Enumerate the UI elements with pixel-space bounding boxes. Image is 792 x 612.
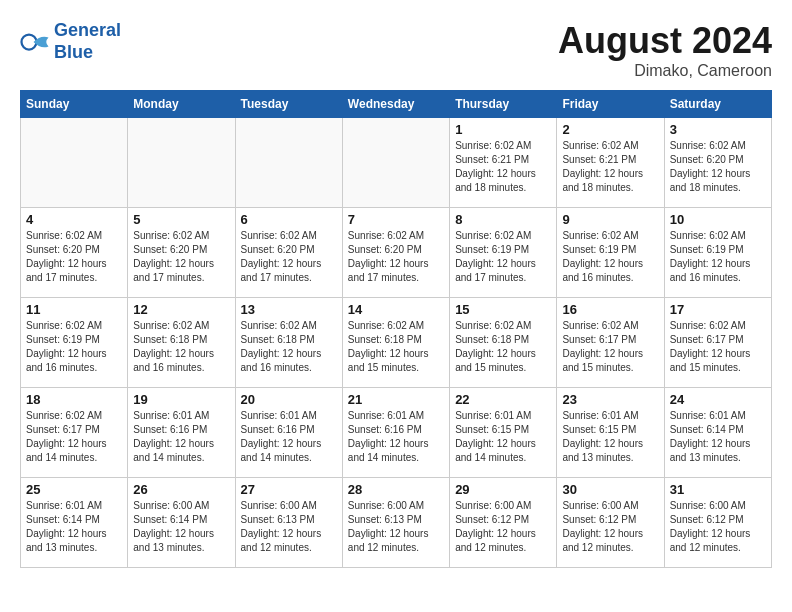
day-info: Sunrise: 6:02 AM Sunset: 6:21 PM Dayligh… xyxy=(455,139,551,195)
calendar-cell: 21Sunrise: 6:01 AM Sunset: 6:16 PM Dayli… xyxy=(342,388,449,478)
calendar-cell: 28Sunrise: 6:00 AM Sunset: 6:13 PM Dayli… xyxy=(342,478,449,568)
calendar-cell xyxy=(342,118,449,208)
calendar-cell: 8Sunrise: 6:02 AM Sunset: 6:19 PM Daylig… xyxy=(450,208,557,298)
weekday-header: Friday xyxy=(557,91,664,118)
calendar-cell: 26Sunrise: 6:00 AM Sunset: 6:14 PM Dayli… xyxy=(128,478,235,568)
calendar-week-row: 1Sunrise: 6:02 AM Sunset: 6:21 PM Daylig… xyxy=(21,118,772,208)
day-number: 28 xyxy=(348,482,444,497)
day-info: Sunrise: 6:02 AM Sunset: 6:17 PM Dayligh… xyxy=(562,319,658,375)
weekday-header: Wednesday xyxy=(342,91,449,118)
calendar-cell: 18Sunrise: 6:02 AM Sunset: 6:17 PM Dayli… xyxy=(21,388,128,478)
day-info: Sunrise: 6:02 AM Sunset: 6:20 PM Dayligh… xyxy=(670,139,766,195)
day-number: 22 xyxy=(455,392,551,407)
day-info: Sunrise: 6:02 AM Sunset: 6:19 PM Dayligh… xyxy=(562,229,658,285)
calendar-cell: 17Sunrise: 6:02 AM Sunset: 6:17 PM Dayli… xyxy=(664,298,771,388)
day-info: Sunrise: 6:00 AM Sunset: 6:13 PM Dayligh… xyxy=(241,499,337,555)
calendar-cell: 5Sunrise: 6:02 AM Sunset: 6:20 PM Daylig… xyxy=(128,208,235,298)
calendar-cell: 13Sunrise: 6:02 AM Sunset: 6:18 PM Dayli… xyxy=(235,298,342,388)
day-number: 24 xyxy=(670,392,766,407)
day-number: 15 xyxy=(455,302,551,317)
day-number: 12 xyxy=(133,302,229,317)
calendar-week-row: 4Sunrise: 6:02 AM Sunset: 6:20 PM Daylig… xyxy=(21,208,772,298)
calendar-cell: 23Sunrise: 6:01 AM Sunset: 6:15 PM Dayli… xyxy=(557,388,664,478)
day-number: 29 xyxy=(455,482,551,497)
calendar-cell: 16Sunrise: 6:02 AM Sunset: 6:17 PM Dayli… xyxy=(557,298,664,388)
day-info: Sunrise: 6:02 AM Sunset: 6:17 PM Dayligh… xyxy=(670,319,766,375)
weekday-header: Monday xyxy=(128,91,235,118)
location: Dimako, Cameroon xyxy=(558,62,772,80)
day-number: 25 xyxy=(26,482,122,497)
day-info: Sunrise: 6:02 AM Sunset: 6:17 PM Dayligh… xyxy=(26,409,122,465)
calendar-cell: 29Sunrise: 6:00 AM Sunset: 6:12 PM Dayli… xyxy=(450,478,557,568)
day-number: 26 xyxy=(133,482,229,497)
day-number: 20 xyxy=(241,392,337,407)
day-info: Sunrise: 6:01 AM Sunset: 6:16 PM Dayligh… xyxy=(241,409,337,465)
day-info: Sunrise: 6:01 AM Sunset: 6:16 PM Dayligh… xyxy=(133,409,229,465)
calendar-cell: 25Sunrise: 6:01 AM Sunset: 6:14 PM Dayli… xyxy=(21,478,128,568)
month-year: August 2024 xyxy=(558,20,772,62)
calendar-cell: 15Sunrise: 6:02 AM Sunset: 6:18 PM Dayli… xyxy=(450,298,557,388)
day-number: 18 xyxy=(26,392,122,407)
calendar-cell: 7Sunrise: 6:02 AM Sunset: 6:20 PM Daylig… xyxy=(342,208,449,298)
day-info: Sunrise: 6:01 AM Sunset: 6:15 PM Dayligh… xyxy=(455,409,551,465)
day-number: 2 xyxy=(562,122,658,137)
calendar-cell: 10Sunrise: 6:02 AM Sunset: 6:19 PM Dayli… xyxy=(664,208,771,298)
calendar-cell: 3Sunrise: 6:02 AM Sunset: 6:20 PM Daylig… xyxy=(664,118,771,208)
day-info: Sunrise: 6:00 AM Sunset: 6:12 PM Dayligh… xyxy=(455,499,551,555)
weekday-header: Saturday xyxy=(664,91,771,118)
day-info: Sunrise: 6:00 AM Sunset: 6:13 PM Dayligh… xyxy=(348,499,444,555)
day-info: Sunrise: 6:02 AM Sunset: 6:18 PM Dayligh… xyxy=(241,319,337,375)
weekday-header: Tuesday xyxy=(235,91,342,118)
calendar-cell xyxy=(128,118,235,208)
day-number: 31 xyxy=(670,482,766,497)
day-number: 10 xyxy=(670,212,766,227)
day-number: 3 xyxy=(670,122,766,137)
calendar-cell: 12Sunrise: 6:02 AM Sunset: 6:18 PM Dayli… xyxy=(128,298,235,388)
weekday-header: Sunday xyxy=(21,91,128,118)
logo-icon xyxy=(20,27,50,57)
day-number: 6 xyxy=(241,212,337,227)
day-number: 1 xyxy=(455,122,551,137)
day-info: Sunrise: 6:00 AM Sunset: 6:12 PM Dayligh… xyxy=(562,499,658,555)
day-info: Sunrise: 6:02 AM Sunset: 6:20 PM Dayligh… xyxy=(241,229,337,285)
day-info: Sunrise: 6:02 AM Sunset: 6:21 PM Dayligh… xyxy=(562,139,658,195)
day-info: Sunrise: 6:02 AM Sunset: 6:20 PM Dayligh… xyxy=(133,229,229,285)
day-number: 16 xyxy=(562,302,658,317)
calendar-cell xyxy=(21,118,128,208)
day-number: 21 xyxy=(348,392,444,407)
calendar-cell: 30Sunrise: 6:00 AM Sunset: 6:12 PM Dayli… xyxy=(557,478,664,568)
calendar-cell: 14Sunrise: 6:02 AM Sunset: 6:18 PM Dayli… xyxy=(342,298,449,388)
day-info: Sunrise: 6:00 AM Sunset: 6:14 PM Dayligh… xyxy=(133,499,229,555)
calendar-cell: 22Sunrise: 6:01 AM Sunset: 6:15 PM Dayli… xyxy=(450,388,557,478)
day-number: 23 xyxy=(562,392,658,407)
day-number: 19 xyxy=(133,392,229,407)
day-number: 27 xyxy=(241,482,337,497)
day-number: 11 xyxy=(26,302,122,317)
day-info: Sunrise: 6:02 AM Sunset: 6:19 PM Dayligh… xyxy=(670,229,766,285)
day-info: Sunrise: 6:01 AM Sunset: 6:14 PM Dayligh… xyxy=(26,499,122,555)
calendar-cell: 1Sunrise: 6:02 AM Sunset: 6:21 PM Daylig… xyxy=(450,118,557,208)
day-number: 17 xyxy=(670,302,766,317)
calendar-week-row: 25Sunrise: 6:01 AM Sunset: 6:14 PM Dayli… xyxy=(21,478,772,568)
weekday-header-row: SundayMondayTuesdayWednesdayThursdayFrid… xyxy=(21,91,772,118)
day-info: Sunrise: 6:02 AM Sunset: 6:18 PM Dayligh… xyxy=(348,319,444,375)
day-info: Sunrise: 6:02 AM Sunset: 6:20 PM Dayligh… xyxy=(348,229,444,285)
calendar-cell: 19Sunrise: 6:01 AM Sunset: 6:16 PM Dayli… xyxy=(128,388,235,478)
day-number: 9 xyxy=(562,212,658,227)
day-info: Sunrise: 6:01 AM Sunset: 6:14 PM Dayligh… xyxy=(670,409,766,465)
logo-text: General Blue xyxy=(54,20,121,63)
day-info: Sunrise: 6:01 AM Sunset: 6:15 PM Dayligh… xyxy=(562,409,658,465)
calendar-cell: 2Sunrise: 6:02 AM Sunset: 6:21 PM Daylig… xyxy=(557,118,664,208)
day-info: Sunrise: 6:01 AM Sunset: 6:16 PM Dayligh… xyxy=(348,409,444,465)
day-number: 7 xyxy=(348,212,444,227)
title-block: August 2024 Dimako, Cameroon xyxy=(558,20,772,80)
day-info: Sunrise: 6:02 AM Sunset: 6:18 PM Dayligh… xyxy=(133,319,229,375)
calendar-cell: 20Sunrise: 6:01 AM Sunset: 6:16 PM Dayli… xyxy=(235,388,342,478)
logo: General Blue xyxy=(20,20,121,63)
weekday-header: Thursday xyxy=(450,91,557,118)
day-number: 4 xyxy=(26,212,122,227)
day-info: Sunrise: 6:02 AM Sunset: 6:18 PM Dayligh… xyxy=(455,319,551,375)
day-info: Sunrise: 6:00 AM Sunset: 6:12 PM Dayligh… xyxy=(670,499,766,555)
day-info: Sunrise: 6:02 AM Sunset: 6:19 PM Dayligh… xyxy=(455,229,551,285)
calendar-cell: 6Sunrise: 6:02 AM Sunset: 6:20 PM Daylig… xyxy=(235,208,342,298)
